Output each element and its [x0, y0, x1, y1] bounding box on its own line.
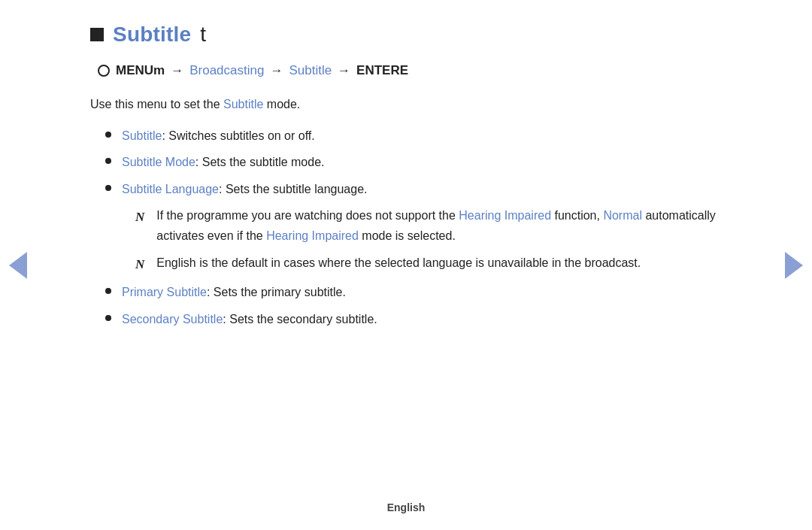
square-icon — [90, 28, 104, 41]
list-item: Secondary Subtitle: Sets the secondary s… — [105, 310, 722, 329]
note-blue-hearing: Hearing Impaired — [459, 209, 551, 222]
bullet-list-secondary: Primary Subtitle: Sets the primary subti… — [90, 283, 722, 329]
title-suffix: t — [200, 23, 206, 47]
bullet-blue-label: Secondary Subtitle — [122, 313, 223, 326]
nav-arrow-right[interactable] — [785, 252, 803, 279]
description-prefix: Use this menu to set the — [90, 98, 223, 111]
bullet-dot — [105, 315, 111, 321]
note-text-2: English is the default in cases where th… — [156, 253, 641, 273]
note-n-label: N — [135, 207, 144, 228]
bullet-dot — [105, 185, 111, 191]
note-item-1: N If the programme you are watching does… — [135, 206, 722, 246]
note-blue-normal: Normal — [603, 209, 642, 222]
bullet-dot — [105, 158, 111, 164]
menu-path: MENUm → Broadcasting → Subtitle → ENTERE — [90, 63, 722, 78]
bullet-dot — [105, 288, 111, 294]
note-block: N If the programme you are watching does… — [90, 206, 722, 275]
list-item: Primary Subtitle: Sets the primary subti… — [105, 283, 722, 302]
note-text-1: If the programme you are watching does n… — [156, 206, 722, 246]
list-item: Subtitle Mode: Sets the subtitle mode. — [105, 153, 722, 172]
menu-arrow-3: → — [338, 63, 350, 78]
bullet-list-main: Subtitle: Switches subtitles on or off. … — [90, 126, 722, 199]
footer-language: English — [387, 501, 426, 513]
nav-arrow-left[interactable] — [9, 252, 27, 279]
circle-icon — [98, 65, 110, 77]
bullet-blue-label: Subtitle Mode — [122, 156, 195, 168]
bullet-text: : Sets the subtitle language. — [219, 183, 367, 195]
description-suffix: mode. — [263, 98, 300, 111]
note-blue-hearing2: Hearing Impaired — [266, 229, 359, 242]
list-item: Subtitle: Switches subtitles on or off. — [105, 126, 722, 146]
menu-arrow-1: → — [171, 63, 183, 78]
title-blue-text: Subtitle — [113, 23, 191, 47]
description-text: Use this menu to set the Subtitle mode. — [90, 95, 722, 114]
bullet-text: : Switches subtitles on or off. — [162, 129, 314, 142]
bullet-text: : Sets the primary subtitle. — [207, 286, 346, 298]
menu-label-enter: ENTERE — [356, 63, 408, 78]
bullet-blue-label: Subtitle Language — [122, 183, 219, 195]
bullet-text: : Sets the subtitle mode. — [195, 156, 325, 168]
bullet-dot — [105, 132, 111, 138]
note-item-2: N English is the default in cases where … — [135, 253, 722, 275]
description-blue-word: Subtitle — [223, 98, 263, 111]
menu-label-menu: MENUm — [116, 63, 165, 78]
note-n-label-2: N — [135, 254, 144, 275]
bullet-blue-label: Primary Subtitle — [122, 286, 207, 298]
menu-arrow-2: → — [270, 63, 283, 78]
menu-label-broadcasting: Broadcasting — [189, 63, 264, 78]
bullet-blue-label: Subtitle — [122, 129, 162, 142]
list-item: Subtitle Language: Sets the subtitle lan… — [105, 180, 722, 199]
page-title: Subtitle t — [90, 23, 722, 47]
bullet-text: : Sets the secondary subtitle. — [223, 313, 377, 326]
menu-label-subtitle: Subtitle — [289, 63, 332, 78]
